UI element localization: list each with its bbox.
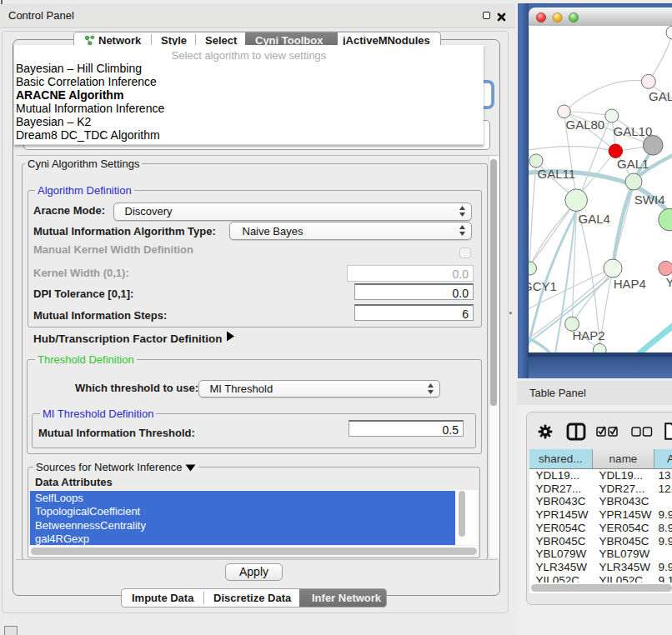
svg-text:GCY1: GCY1 (529, 279, 557, 293)
svg-text:GAL10: GAL10 (614, 124, 653, 138)
svg-text:SWI4: SWI4 (634, 192, 665, 207)
svg-text:GAL11: GAL11 (538, 167, 576, 181)
svg-text:GAL1: GAL1 (617, 157, 649, 171)
svg-text:HAP2: HAP2 (573, 328, 605, 342)
svg-text:YM: YM (666, 275, 672, 289)
svg-text:GAL4: GAL4 (579, 212, 610, 226)
svg-text:GAL7: GAL7 (649, 89, 671, 103)
svg-text:HAP4: HAP4 (614, 277, 646, 291)
svg-text:GAL80: GAL80 (566, 118, 605, 132)
